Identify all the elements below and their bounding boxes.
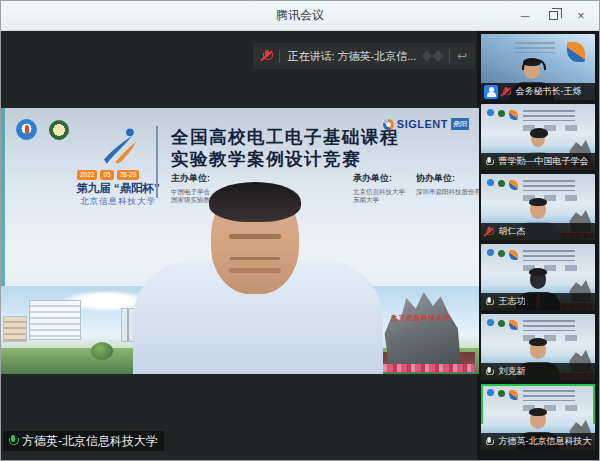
reply-arrow-icon[interactable]: ↩ — [457, 50, 467, 62]
main-speaker-video — [1, 108, 479, 374]
mic-on-icon — [484, 436, 493, 448]
main-stage: 正在讲话: 方德英-北京信... ↩ — [1, 31, 477, 460]
divider — [279, 49, 280, 63]
logo-icons-small — [487, 109, 494, 116]
participant-label: 胡仁杰 — [481, 223, 595, 240]
muted-mic-icon — [484, 226, 493, 238]
participant-sidebar: 会务秘书长-王烁 曹学勤—中国电子学会 — [477, 31, 599, 460]
title-bar: 腾讯会议 ─ × — [1, 1, 599, 31]
speaker-head — [211, 186, 299, 294]
restore-button[interactable] — [541, 5, 565, 27]
participant-label: 方德英-北京信息科技大学 — [481, 433, 595, 450]
main-video: 2022 05 28-29 第九届 “鼎阳杯” 北京信息科技大学 全国高校电工电… — [1, 108, 479, 374]
meeting-window: 腾讯会议 ─ × 正在讲话: 方德英-北京信... ↩ — [0, 0, 600, 461]
participant-tile-3[interactable]: 胡仁杰 — [481, 174, 595, 240]
window-controls: ─ × — [513, 1, 593, 30]
participant-tile-1[interactable]: 会务秘书长-王烁 — [481, 34, 595, 100]
host-badge-icon — [484, 85, 498, 99]
minimize-button[interactable]: ─ — [513, 5, 537, 27]
participant-label: 王志功 — [481, 293, 595, 310]
meeting-content: 正在讲话: 方德英-北京信... ↩ — [1, 31, 599, 460]
runner-logo-small — [567, 42, 585, 62]
active-speaker-label: 方德英-北京信息科技大学 — [3, 431, 164, 451]
participant-label: 曹学勤—中国电子学会 — [481, 153, 595, 170]
window-title: 腾讯会议 — [1, 7, 599, 24]
participant-tile-5[interactable]: 刘克新 — [481, 314, 595, 380]
layout-icon — [433, 50, 444, 61]
participant-tile-4[interactable]: 王志功 — [481, 244, 595, 310]
layout-icon — [422, 50, 433, 61]
participant-label: 会务秘书长-王烁 — [481, 83, 595, 100]
participant-label: 刘克新 — [481, 363, 595, 380]
speaking-banner[interactable]: 正在讲话: 方德英-北京信... ↩ — [253, 43, 475, 69]
participant-tile-2[interactable]: 曹学勤—中国电子学会 — [481, 104, 595, 170]
restore-icon — [549, 11, 558, 20]
speaker-name: 方德英-北京信息科技大学 — [22, 433, 158, 450]
mic-on-icon — [484, 156, 493, 168]
mic-on-icon — [484, 296, 493, 308]
divider — [449, 49, 450, 63]
muted-mic-icon — [261, 49, 272, 63]
speaking-banner-text: 正在讲话: 方德英-北京信... — [287, 49, 416, 64]
mic-on-icon — [484, 366, 493, 378]
close-button[interactable]: × — [569, 5, 593, 27]
mic-on-icon — [7, 434, 18, 448]
layout-icons[interactable] — [423, 52, 442, 60]
muted-mic-icon — [501, 86, 510, 98]
participant-tile-6-active[interactable]: 方德英-北京信息科技大学 — [481, 384, 595, 450]
